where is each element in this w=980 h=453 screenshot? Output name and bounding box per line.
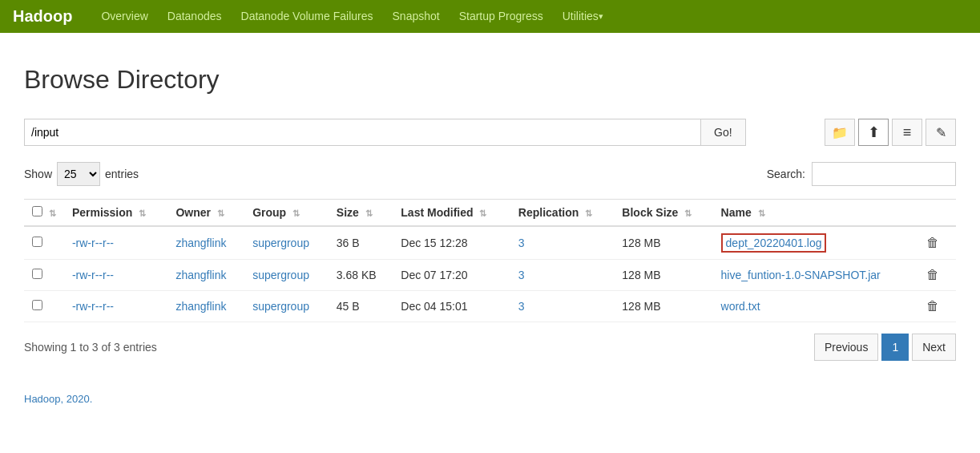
- name-cell-2: word.txt: [713, 291, 916, 322]
- group-cell: supergroup: [244, 260, 329, 291]
- select-all-checkbox[interactable]: [32, 206, 42, 216]
- delete-cell-1: 🗑: [915, 260, 956, 291]
- name-cell-1: hive_funtion-1.0-SNAPSHOT.jar: [713, 260, 916, 291]
- controls-row: Show 10 25 50 100 entries Search:: [24, 162, 956, 186]
- row-checkbox-2[interactable]: [32, 300, 42, 310]
- footer-link[interactable]: Hadoop, 2020.: [24, 393, 92, 405]
- delete-cell-2: 🗑: [915, 291, 956, 322]
- nav-overview[interactable]: Overview: [91, 0, 157, 33]
- row-checkbox-1[interactable]: [32, 269, 42, 279]
- last-modified-cell: Dec 04 15:01: [393, 291, 510, 322]
- page-1-button[interactable]: 1: [881, 334, 909, 361]
- brand-logo: Hadoop: [13, 7, 72, 26]
- delete-button-2[interactable]: 🗑: [923, 297, 942, 315]
- upload-icon: ⬆: [868, 123, 880, 141]
- owner-cell: zhangflink: [167, 260, 244, 291]
- size-sort-icon: ⇅: [365, 208, 373, 219]
- pagination-row: Showing 1 to 3 of 3 entries Previous 1 N…: [24, 334, 956, 361]
- delete-button-0[interactable]: 🗑: [923, 234, 942, 252]
- owner-cell: zhangflink: [167, 226, 244, 260]
- group-cell: supergroup: [244, 291, 329, 322]
- owner-link-1[interactable]: zhangflink: [175, 269, 226, 281]
- block-size-cell: 128 MB: [614, 291, 712, 322]
- col-size[interactable]: Size ⇅: [329, 200, 393, 227]
- replication-link-2[interactable]: 3: [518, 300, 525, 313]
- replication-link-1[interactable]: 3: [518, 269, 525, 281]
- go-button[interactable]: Go!: [701, 119, 746, 146]
- col-last-modified[interactable]: Last Modified ⇅: [393, 200, 510, 227]
- permission-sort-icon: ⇅: [139, 208, 146, 219]
- block-size-cell: 128 MB: [614, 260, 712, 291]
- rename-icon-btn[interactable]: ✎: [926, 119, 956, 146]
- sort-icon: ⇅: [49, 208, 56, 219]
- col-name[interactable]: Name ⇅: [713, 200, 916, 227]
- show-label: Show: [24, 168, 52, 180]
- name-sort-icon: ⇅: [758, 208, 765, 219]
- table-row: -rw-r--r-- zhangflink supergroup 36 B De…: [24, 226, 956, 260]
- replication-sort-icon: ⇅: [585, 208, 592, 219]
- nav-utilities-dropdown[interactable]: Utilities: [553, 0, 613, 33]
- delete-button-1[interactable]: 🗑: [923, 266, 942, 284]
- col-block-size[interactable]: Block Size ⇅: [614, 200, 712, 227]
- nav-datanode-volume-failures[interactable]: Datanode Volume Failures: [232, 0, 383, 33]
- permission-link-1[interactable]: -rw-r--r--: [72, 269, 114, 281]
- col-replication[interactable]: Replication ⇅: [510, 200, 615, 227]
- delete-cell-0: 🗑: [915, 226, 956, 260]
- group-sort-icon: ⇅: [292, 208, 300, 219]
- table-row: -rw-r--r-- zhangflink supergroup 3.68 KB…: [24, 260, 956, 291]
- folder-icon-btn[interactable]: 📁: [825, 119, 855, 146]
- col-actions: [915, 200, 956, 227]
- group-link-2[interactable]: supergroup: [252, 300, 309, 313]
- search-label: Search:: [767, 168, 805, 180]
- group-link-0[interactable]: supergroup: [252, 237, 309, 249]
- next-button[interactable]: Next: [912, 334, 956, 361]
- replication-link-0[interactable]: 3: [518, 237, 525, 249]
- size-cell: 45 B: [329, 291, 393, 322]
- col-group[interactable]: Group ⇅: [244, 200, 329, 227]
- nav-datanodes[interactable]: Datanodes: [158, 0, 232, 33]
- owner-sort-icon: ⇅: [217, 208, 224, 219]
- replication-cell: 3: [510, 291, 615, 322]
- group-link-1[interactable]: supergroup: [252, 269, 309, 281]
- owner-link-2[interactable]: zhangflink: [175, 300, 226, 313]
- entries-per-page-select[interactable]: 10 25 50 100: [57, 162, 100, 186]
- col-permission[interactable]: Permission ⇅: [64, 200, 168, 227]
- row-checkbox-cell: [24, 226, 64, 260]
- footer: Hadoop, 2020.: [24, 393, 956, 405]
- replication-cell: 3: [510, 226, 615, 260]
- previous-button[interactable]: Previous: [814, 334, 878, 361]
- row-checkbox-0[interactable]: [32, 237, 42, 247]
- block-size-sort-icon: ⇅: [684, 208, 692, 219]
- rename-icon: ✎: [936, 125, 946, 140]
- col-owner[interactable]: Owner ⇅: [167, 200, 244, 227]
- table-row: -rw-r--r-- zhangflink supergroup 45 B De…: [24, 291, 956, 322]
- owner-cell: zhangflink: [167, 291, 244, 322]
- replication-cell: 3: [510, 260, 615, 291]
- owner-link-0[interactable]: zhangflink: [175, 237, 226, 249]
- row-checkbox-cell: [24, 291, 64, 322]
- page-title: Browse Directory: [24, 65, 956, 95]
- row-checkbox-cell: [24, 260, 64, 291]
- upload-icon-btn[interactable]: ⬆: [858, 119, 889, 146]
- name-cell-0: dept_20220401.log: [713, 226, 916, 260]
- size-cell: 36 B: [329, 226, 393, 260]
- nav-startup-progress[interactable]: Startup Progress: [450, 0, 553, 33]
- showing-text: Showing 1 to 3 of 3 entries: [24, 341, 157, 354]
- search-input[interactable]: [812, 162, 956, 186]
- size-cell: 3.68 KB: [329, 260, 393, 291]
- group-cell: supergroup: [244, 226, 329, 260]
- main-content: Browse Directory Go! 📁 ⬆ ≡ ✎ Show 10 25 …: [0, 33, 980, 421]
- permission-cell: -rw-r--r--: [64, 260, 168, 291]
- permission-link-2[interactable]: -rw-r--r--: [72, 300, 114, 313]
- last-modified-cell: Dec 07 17:20: [393, 260, 510, 291]
- path-input[interactable]: [24, 119, 701, 146]
- permission-link-0[interactable]: -rw-r--r--: [72, 237, 114, 249]
- table-header-row: ⇅ Permission ⇅ Owner ⇅ Group ⇅ Size ⇅: [24, 200, 956, 227]
- last-modified-cell: Dec 15 12:28: [393, 226, 510, 260]
- files-table: ⇅ Permission ⇅ Owner ⇅ Group ⇅ Size ⇅: [24, 199, 956, 322]
- list-icon: ≡: [903, 124, 912, 141]
- entries-label: entries: [105, 168, 139, 180]
- nav-snapshot[interactable]: Snapshot: [383, 0, 450, 33]
- list-icon-btn[interactable]: ≡: [892, 119, 922, 146]
- action-icons: 📁 ⬆ ≡ ✎: [825, 119, 956, 146]
